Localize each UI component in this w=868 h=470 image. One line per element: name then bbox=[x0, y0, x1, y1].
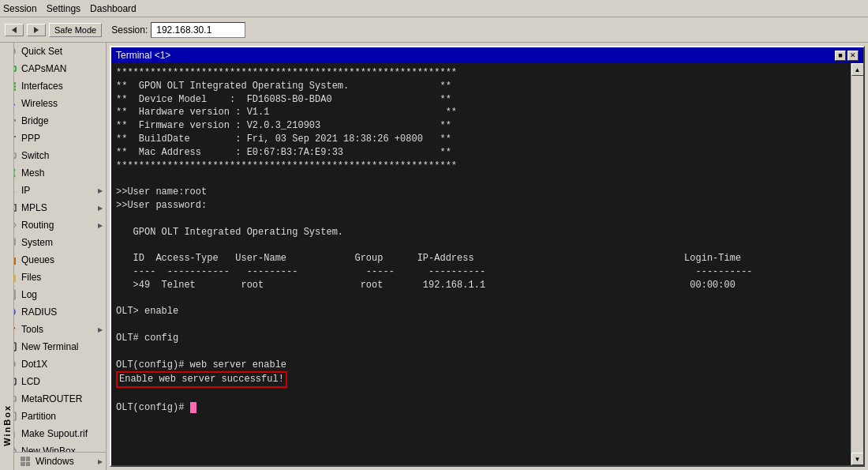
svg-rect-65 bbox=[21, 457, 25, 461]
sidebar-item-ip[interactable]: 55 IP bbox=[0, 182, 106, 199]
sidebar-label-wireless: Wireless bbox=[21, 98, 58, 109]
scroll-up-button[interactable]: ▲ bbox=[851, 63, 864, 76]
sidebar-item-radius[interactable]: RADIUS bbox=[0, 303, 106, 321]
sidebar-label-new-terminal: New Terminal bbox=[21, 341, 78, 352]
svg-rect-67 bbox=[21, 462, 25, 466]
sidebar-label-interfaces: Interfaces bbox=[21, 81, 63, 92]
sidebar-item-tools[interactable]: Tools bbox=[0, 321, 106, 338]
session-ip[interactable]: 192.168.30.1 bbox=[151, 22, 245, 38]
sidebar-item-mesh[interactable]: Mesh bbox=[0, 164, 106, 182]
sidebar-item-wireless[interactable]: Wireless bbox=[0, 95, 106, 112]
terminal-scrollbar: ▲ ▼ bbox=[851, 63, 863, 465]
highlight-success: Enable web server successful! bbox=[116, 371, 287, 388]
session-label: Session: bbox=[111, 24, 148, 36]
svg-marker-0 bbox=[12, 27, 17, 33]
sidebar-label-radius: RADIUS bbox=[21, 306, 57, 318]
main-layout: Quick Set CAPsMAN Interfaces Wireless Br… bbox=[0, 43, 868, 470]
sidebar-item-ppp[interactable]: PPP bbox=[0, 130, 106, 147]
sidebar-label-dot1x: Dot1X bbox=[21, 359, 47, 370]
menu-settings[interactable]: Settings bbox=[47, 3, 80, 14]
svg-rect-66 bbox=[26, 457, 30, 461]
windows-icon bbox=[19, 455, 32, 468]
scroll-down-button[interactable]: ▼ bbox=[851, 453, 864, 465]
sidebar-item-log[interactable]: Log bbox=[0, 286, 106, 303]
scroll-track[interactable] bbox=[851, 76, 863, 453]
sidebar-item-system[interactable]: System bbox=[0, 234, 106, 251]
sidebar-item-metarouter[interactable]: MetaROUTER bbox=[0, 390, 106, 408]
sidebar-item-new-terminal[interactable]: >_ New Terminal bbox=[0, 338, 106, 355]
terminal-title: Terminal <1> bbox=[116, 50, 170, 61]
forward-button[interactable] bbox=[27, 24, 46, 36]
toolbar: Safe Mode Session: 192.168.30.1 bbox=[0, 17, 868, 43]
sidebar-item-dot1x[interactable]: 1X Dot1X bbox=[0, 355, 106, 373]
sidebar-item-queues[interactable]: Queues bbox=[0, 251, 106, 269]
sidebar-item-switch[interactable]: Switch bbox=[0, 147, 106, 164]
winbox-vertical-label: WinBox bbox=[2, 404, 12, 446]
back-button[interactable] bbox=[5, 24, 24, 36]
terminal-window: Terminal <1> ■ ✕ ***********************… bbox=[110, 46, 865, 467]
sidebar-label-quick-set: Quick Set bbox=[21, 46, 62, 57]
sidebar-label-lcd: LCD bbox=[21, 376, 40, 387]
terminal-body[interactable]: ****************************************… bbox=[111, 63, 851, 465]
terminal-title-buttons: ■ ✕ bbox=[835, 51, 859, 61]
menu-session[interactable]: Session bbox=[3, 3, 37, 14]
sidebar-label-make-supout: Make Supout.rif bbox=[21, 428, 88, 439]
sidebar-label-system: System bbox=[21, 237, 53, 248]
safe-mode-button[interactable]: Safe Mode bbox=[49, 23, 102, 37]
sidebar-item-routing[interactable]: Routing bbox=[0, 216, 106, 234]
sidebar-item-files[interactable]: Files bbox=[0, 269, 106, 286]
sidebar-label-log: Log bbox=[21, 289, 37, 300]
sidebar-item-capsman[interactable]: CAPsMAN bbox=[0, 60, 106, 77]
terminal-close-button[interactable]: ✕ bbox=[847, 51, 859, 61]
sidebar-label-queues: Queues bbox=[21, 254, 54, 265]
sidebar-label-ip: IP bbox=[21, 185, 30, 196]
sidebar-item-windows[interactable]: Windows bbox=[14, 452, 106, 470]
sidebar: Quick Set CAPsMAN Interfaces Wireless Br… bbox=[0, 43, 107, 470]
sidebar-item-partition[interactable]: Partition bbox=[0, 408, 106, 425]
sidebar-item-interfaces[interactable]: Interfaces bbox=[0, 77, 106, 95]
sidebar-item-mpls[interactable]: MPLS bbox=[0, 199, 106, 216]
sidebar-label-files: Files bbox=[21, 272, 41, 283]
sidebar-label-routing: Routing bbox=[21, 220, 54, 231]
menu-dashboard[interactable]: Dashboard bbox=[90, 3, 137, 14]
sidebar-label-capsman: CAPsMAN bbox=[21, 63, 66, 74]
sidebar-item-bridge[interactable]: Bridge bbox=[0, 112, 106, 130]
terminal-text: ****************************************… bbox=[116, 66, 846, 415]
sidebar-label-tools: Tools bbox=[21, 324, 43, 335]
menu-bar: Session Settings Dashboard bbox=[0, 0, 868, 17]
sidebar-label-metarouter: MetaROUTER bbox=[21, 393, 82, 404]
sidebar-item-quick-set[interactable]: Quick Set bbox=[0, 43, 106, 60]
terminal-cursor bbox=[190, 402, 196, 413]
sidebar-label-switch: Switch bbox=[21, 150, 49, 161]
terminal-minimize-button[interactable]: ■ bbox=[835, 51, 846, 61]
sidebar-label-windows: Windows bbox=[36, 456, 74, 467]
sidebar-label-bridge: Bridge bbox=[21, 115, 49, 126]
sidebar-item-make-supout[interactable]: Make Supout.rif bbox=[0, 425, 106, 442]
sidebar-label-partition: Partition bbox=[21, 411, 56, 422]
terminal-container: Terminal <1> ■ ✕ ***********************… bbox=[107, 43, 868, 470]
sidebar-item-lcd[interactable]: LCD bbox=[0, 373, 106, 390]
sidebar-label-mpls: MPLS bbox=[21, 202, 47, 213]
sidebar-label-mesh: Mesh bbox=[21, 167, 44, 179]
svg-rect-68 bbox=[26, 462, 30, 466]
svg-marker-1 bbox=[34, 27, 39, 33]
sidebar-label-ppp: PPP bbox=[21, 133, 40, 144]
terminal-titlebar: Terminal <1> ■ ✕ bbox=[111, 47, 863, 63]
terminal-body-wrapper: ****************************************… bbox=[111, 63, 863, 465]
